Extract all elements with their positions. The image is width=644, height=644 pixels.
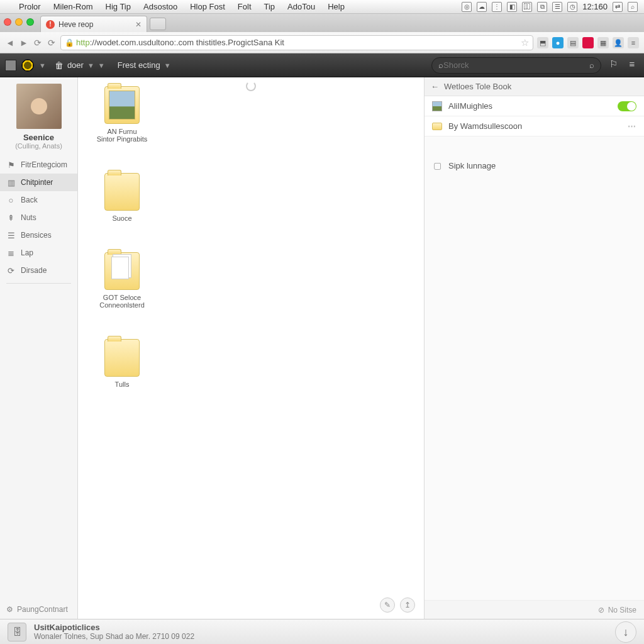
sidebar: Seenice (Culling, Anats) ⚑FitrEntegciom … bbox=[0, 77, 78, 619]
app-toolbar: ▼ 🗑 doer ▼ ▼ Frest ecting ▼ ⌕ ⌕ ⚐ ≡ bbox=[0, 53, 644, 77]
browser-tab[interactable]: ! Heve reop ✕ bbox=[40, 16, 147, 32]
status-icon[interactable]: ⇄ bbox=[613, 2, 623, 12]
panel-row[interactable]: AliIMuighles bbox=[425, 96, 644, 116]
menubar-clock[interactable]: 12:160 bbox=[582, 2, 608, 11]
sidebar-item[interactable]: ○Back bbox=[0, 191, 77, 209]
download-button[interactable]: ↓ bbox=[615, 621, 636, 643]
user-avatar[interactable] bbox=[16, 84, 62, 129]
sync-icon: ⟳ bbox=[6, 266, 16, 275]
folder-icon bbox=[104, 86, 140, 124]
sidebar-footer[interactable]: ⚙PaungContnart bbox=[0, 600, 77, 619]
menu-item[interactable]: Hig Tip bbox=[99, 2, 137, 11]
extension-icon[interactable]: ⬒ bbox=[537, 37, 548, 48]
close-tab-icon[interactable]: ✕ bbox=[130, 20, 142, 29]
row-label: Sipk lunnage bbox=[448, 161, 496, 170]
forward-icon[interactable]: ► bbox=[19, 38, 29, 48]
status-icon[interactable]: ⧉ bbox=[537, 2, 547, 12]
menu-item[interactable]: Milen-Rom bbox=[47, 2, 99, 11]
file-item[interactable]: AN Furnu Sintor Pingrabits bbox=[91, 86, 153, 143]
sidebar-item[interactable]: ▥Chitpinter bbox=[0, 174, 77, 191]
image-icon bbox=[432, 101, 442, 111]
menu-item[interactable]: Help bbox=[321, 2, 351, 11]
extension-icon[interactable]: 👤 bbox=[613, 37, 624, 48]
back-icon[interactable]: ◄ bbox=[5, 38, 15, 48]
panel-row[interactable]: ▢ Sipk lunnage bbox=[425, 155, 644, 175]
file-name: GOT Seloce bbox=[91, 294, 153, 301]
file-name: Tulls bbox=[91, 380, 153, 388]
user-subtitle: (Culling, Anats) bbox=[0, 142, 77, 150]
file-item[interactable]: GOT Seloce Conneonlsterd bbox=[91, 252, 153, 309]
chevron-down-icon: ▼ bbox=[98, 62, 105, 69]
file-name: Suoce bbox=[91, 214, 153, 222]
dropdown-label: Frest ecting bbox=[118, 60, 160, 70]
menu-item[interactable]: AdoTou bbox=[281, 2, 321, 11]
panel-row[interactable]: By Wamdsullescoon ⋯ bbox=[425, 116, 644, 136]
sidebar-item-label: Back bbox=[21, 196, 38, 204]
hamburger-icon[interactable]: ≡ bbox=[628, 37, 639, 48]
search-field[interactable]: ⌕ ⌕ bbox=[431, 57, 601, 74]
status-icon[interactable]: ◧ bbox=[507, 2, 517, 12]
menu-item[interactable]: Prolor bbox=[13, 2, 47, 11]
sidebar-item[interactable]: ⚑FitrEntegciom bbox=[0, 156, 77, 174]
wifi-icon[interactable]: ⋮ bbox=[492, 2, 502, 12]
toggle-switch[interactable] bbox=[618, 101, 636, 111]
status-icon[interactable]: ◷ bbox=[567, 2, 577, 12]
details-panel: ← Wetloes Tole Book AliIMuighles By Wamd… bbox=[424, 77, 644, 619]
file-item[interactable]: Tulls bbox=[91, 339, 153, 388]
reload-icon[interactable]: ⟳ bbox=[33, 38, 43, 48]
status-icon[interactable]: ☁ bbox=[477, 2, 487, 12]
url-protocol: http bbox=[76, 38, 90, 47]
sidebar-item-label: Chitpinter bbox=[21, 178, 53, 187]
fab-button[interactable]: ↥ bbox=[400, 597, 415, 613]
file-item[interactable]: Suoce bbox=[91, 173, 153, 222]
sidebar-item[interactable]: ☰Bensices bbox=[0, 226, 77, 244]
loading-spinner-icon bbox=[246, 81, 256, 91]
fab-button[interactable]: ✎ bbox=[380, 597, 395, 613]
sidebar-item[interactable]: ⟳Dirsade bbox=[0, 262, 77, 279]
extension-icon[interactable]: ● bbox=[552, 37, 564, 48]
sidebar-item[interactable]: ≣Lap bbox=[0, 244, 77, 262]
dropdown-icon[interactable]: ▼ bbox=[39, 62, 46, 69]
dropdown-label: doer bbox=[67, 60, 84, 70]
menu-item[interactable]: Hlop Fost bbox=[184, 2, 231, 11]
bookmark-icon[interactable]: ⚐ bbox=[606, 58, 620, 72]
panel-footer: ⊘ No Sitse bbox=[425, 600, 644, 619]
folder-dropdown[interactable]: 🗑 doer ▼ ▼ bbox=[51, 60, 109, 70]
back-icon[interactable]: ← bbox=[431, 82, 439, 91]
more-icon[interactable]: ⋯ bbox=[628, 121, 636, 131]
separator bbox=[6, 283, 71, 284]
sidebar-item[interactable]: ⇞Nuts bbox=[0, 209, 77, 226]
sidebar-item-label: Dirsade bbox=[21, 266, 47, 275]
address-bar[interactable]: 🔒 http://wodet.com.usdultono:.com thisti… bbox=[60, 35, 533, 50]
search-submit-icon[interactable]: ⌕ bbox=[589, 60, 594, 70]
extension-icon[interactable] bbox=[582, 37, 594, 48]
sidebar-item-label: FitrEntegciom bbox=[21, 160, 67, 169]
close-window-button[interactable] bbox=[4, 18, 11, 26]
bottom-title: UsitKaipoticlices bbox=[34, 623, 194, 632]
bookmark-star-icon[interactable]: ☆ bbox=[521, 37, 529, 48]
spotlight-icon[interactable]: ⌕ bbox=[628, 2, 638, 12]
zoom-window-button[interactable] bbox=[26, 18, 34, 26]
extension-icon[interactable]: ▤ bbox=[567, 37, 579, 48]
minimize-window-button[interactable] bbox=[15, 18, 23, 26]
new-tab-button[interactable] bbox=[150, 18, 166, 30]
list-icon: ☰ bbox=[6, 231, 16, 240]
mac-menubar: Prolor Milen-Rom Hig Tip Adsostoo Hlop F… bbox=[0, 0, 644, 14]
status-icon[interactable]: ◎ bbox=[462, 2, 472, 12]
status-icon[interactable]: ⿲ bbox=[522, 2, 532, 12]
search-input[interactable] bbox=[443, 60, 589, 70]
menu-item[interactable]: Adsostoo bbox=[137, 2, 184, 11]
menu-item[interactable]: Tip bbox=[258, 2, 282, 11]
menu-icon[interactable]: ≡ bbox=[625, 58, 639, 72]
pin-icon: ⇞ bbox=[6, 213, 16, 223]
tab-favicon: ! bbox=[46, 20, 55, 29]
reload-icon[interactable]: ⟳ bbox=[47, 38, 57, 48]
status-icon[interactable]: ☰ bbox=[552, 2, 562, 12]
sidebar-item-label: Bensices bbox=[21, 231, 52, 240]
extension-icon[interactable]: ▦ bbox=[597, 37, 609, 48]
sort-dropdown[interactable]: Frest ecting ▼ bbox=[114, 60, 175, 70]
menu-item[interactable]: Folt bbox=[231, 2, 258, 11]
page-icon: ▢ bbox=[432, 160, 442, 170]
footer-label: No Sitse bbox=[608, 606, 636, 614]
layout-toggle-button[interactable] bbox=[5, 60, 16, 71]
